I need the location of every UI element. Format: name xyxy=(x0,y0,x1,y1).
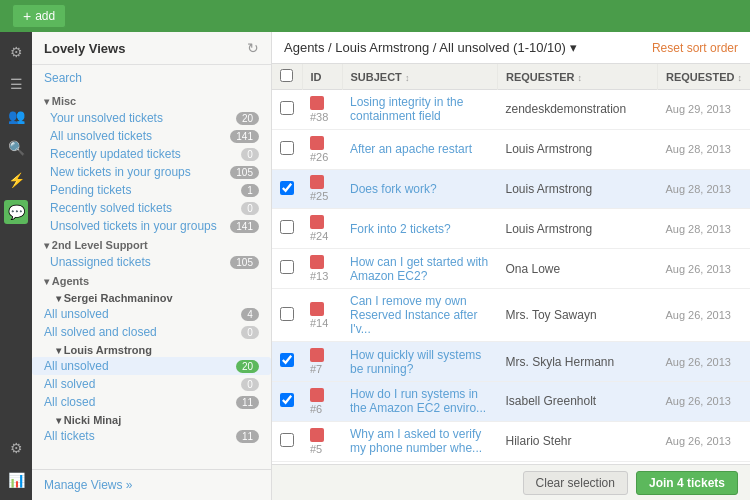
list-item[interactable]: All unsolved 4 xyxy=(32,305,271,323)
table-row: #25 Does fork work? Louis Armstrong Aug … xyxy=(272,169,750,209)
list-item[interactable]: Unassigned tickets 105 xyxy=(32,253,271,271)
ticket-subject-link[interactable]: How do I run systems in the Amazon EC2 e… xyxy=(350,387,486,415)
row-checkbox[interactable] xyxy=(280,307,294,321)
ticket-requester-cell: Isabell Greenholt xyxy=(497,381,657,421)
col-header-subject[interactable]: SUBJECT ↕ xyxy=(342,64,497,90)
list-item[interactable]: New tickets in your groups 105 xyxy=(32,163,271,181)
badge: 141 xyxy=(230,220,259,233)
row-checkbox[interactable] xyxy=(280,101,294,115)
row-checkbox-cell[interactable] xyxy=(272,90,302,130)
list-item[interactable]: Unsolved tickets in your groups 141 xyxy=(32,217,271,235)
row-checkbox[interactable] xyxy=(280,220,294,234)
col-header-id[interactable]: ID xyxy=(302,64,342,90)
sidebar-title: Lovely Views xyxy=(44,41,125,56)
row-checkbox[interactable] xyxy=(280,181,294,195)
ticket-subject-link[interactable]: Does fork work? xyxy=(350,182,437,196)
sidebar: Lovely Views ↻ Search Misc Your unsolved… xyxy=(32,32,272,500)
list-item[interactable]: All unsolved tickets 141 xyxy=(32,127,271,145)
search-link[interactable]: Search xyxy=(44,71,82,85)
gear-icon[interactable]: ⚙ xyxy=(4,40,28,64)
ticket-requester-cell: Ona Lowe xyxy=(497,249,657,289)
table-header: ID SUBJECT ↕ REQUESTER ↕ REQUESTED ↕ xyxy=(272,64,750,90)
ticket-requested-cell: Aug 26, 2013 xyxy=(657,421,750,461)
row-checkbox[interactable] xyxy=(280,260,294,274)
list-item-active[interactable]: All unsolved 20 xyxy=(32,357,271,375)
col-header-requester[interactable]: REQUESTER ↕ xyxy=(497,64,657,90)
ticket-subject-link[interactable]: After an apache restart xyxy=(350,142,472,156)
lightning-icon[interactable]: ⚡ xyxy=(4,168,28,192)
row-checkbox-cell[interactable] xyxy=(272,289,302,342)
col-header-requested[interactable]: REQUESTED ↕ xyxy=(657,64,750,90)
ticket-status-icon xyxy=(310,96,324,110)
ticket-requested-cell: Aug 28, 2013 xyxy=(657,129,750,169)
agent-name-sergei: Sergei Rachmaninov xyxy=(32,289,271,305)
users-icon[interactable]: 👥 xyxy=(4,104,28,128)
ticket-subject-link[interactable]: Fork into 2 tickets? xyxy=(350,222,451,236)
table-row: #6 How do I run systems in the Amazon EC… xyxy=(272,381,750,421)
badge: 105 xyxy=(230,166,259,179)
ticket-id-cell: #7 xyxy=(302,342,342,382)
menu-icon[interactable]: ☰ xyxy=(4,72,28,96)
ticket-subject-link[interactable]: Why am I asked to verify my phone number… xyxy=(350,427,482,455)
list-item[interactable]: All solved and closed 0 xyxy=(32,323,271,341)
ticket-requested-cell: Aug 26, 2013 xyxy=(657,342,750,382)
join-tickets-button[interactable]: Join 4 tickets xyxy=(636,471,738,495)
row-checkbox[interactable] xyxy=(280,141,294,155)
row-checkbox-cell[interactable] xyxy=(272,381,302,421)
ticket-id: #25 xyxy=(310,190,328,202)
row-checkbox-cell[interactable] xyxy=(272,421,302,461)
ticket-requested-cell: Aug 26, 2013 xyxy=(657,249,750,289)
clear-selection-button[interactable]: Clear selection xyxy=(523,471,628,495)
badge: 0 xyxy=(241,202,259,215)
row-checkbox-cell[interactable] xyxy=(272,249,302,289)
row-checkbox[interactable] xyxy=(280,393,294,407)
refresh-icon[interactable]: ↻ xyxy=(247,40,259,56)
chart-icon[interactable]: 📊 xyxy=(4,468,28,492)
list-item[interactable]: Pending tickets 1 xyxy=(32,181,271,199)
sidebar-footer: Manage Views » xyxy=(32,469,271,500)
row-checkbox[interactable] xyxy=(280,433,294,447)
ticket-id: #38 xyxy=(310,111,328,123)
ticket-id: #24 xyxy=(310,230,328,242)
add-button[interactable]: + add xyxy=(12,4,66,28)
row-checkbox-cell[interactable] xyxy=(272,209,302,249)
badge: 20 xyxy=(236,360,259,373)
sort-arrow-subject: ↕ xyxy=(405,73,410,83)
sidebar-header: Lovely Views ↻ xyxy=(32,32,271,65)
ticket-subject-link[interactable]: How quickly will systems be running? xyxy=(350,348,481,376)
ticket-subject-link[interactable]: How can I get started with Amazon EC2? xyxy=(350,255,488,283)
list-item[interactable]: Recently updated tickets 0 xyxy=(32,145,271,163)
select-all-checkbox[interactable] xyxy=(280,69,293,82)
table-row: #24 Fork into 2 tickets? Louis Armstrong… xyxy=(272,209,750,249)
agent-name-nicki: Nicki Minaj xyxy=(32,411,271,427)
row-checkbox-cell[interactable] xyxy=(272,129,302,169)
list-item[interactable]: All tickets 11 xyxy=(32,427,271,445)
settings-icon[interactable]: ⚙ xyxy=(4,436,28,460)
agent-name-louis: Louis Armstrong xyxy=(32,341,271,357)
list-item[interactable]: All closed 11 xyxy=(32,393,271,411)
badge: 0 xyxy=(241,326,259,339)
row-checkbox-cell[interactable] xyxy=(272,342,302,382)
table-row: #7 How quickly will systems be running? … xyxy=(272,342,750,382)
ticket-id-cell: #25 xyxy=(302,169,342,209)
chat-icon[interactable]: 💬 xyxy=(4,200,28,224)
list-item[interactable]: All solved 0 xyxy=(32,375,271,393)
ticket-table-wrap: ID SUBJECT ↕ REQUESTER ↕ REQUESTED ↕ xyxy=(272,64,750,464)
manage-views-link[interactable]: Manage Views » xyxy=(44,478,133,492)
ticket-requester-cell: zendeskdemonstration xyxy=(497,90,657,130)
ticket-requested-cell: Aug 28, 2013 xyxy=(657,209,750,249)
row-checkbox[interactable] xyxy=(280,353,294,367)
ticket-id-cell: #14 xyxy=(302,289,342,342)
row-checkbox-cell[interactable] xyxy=(272,169,302,209)
ticket-subject-link[interactable]: Losing integrity in the containment fiel… xyxy=(350,95,463,123)
action-bar: Clear selection Join 4 tickets xyxy=(272,464,750,500)
breadcrumb-text: Agents / Louis Armstrong / All unsolved … xyxy=(284,40,566,55)
list-item[interactable]: Your unsolved tickets 20 xyxy=(32,109,271,127)
ticket-id-cell: #13 xyxy=(302,249,342,289)
reset-sort-link[interactable]: Reset sort order xyxy=(652,41,738,55)
ticket-subject-cell: Why am I asked to verify my phone number… xyxy=(342,421,497,461)
list-item[interactable]: Recently solved tickets 0 xyxy=(32,199,271,217)
search-icon[interactable]: 🔍 xyxy=(4,136,28,160)
rail-bottom: ⚙ 📊 xyxy=(4,436,28,500)
ticket-subject-link[interactable]: Can I remove my own Reserved Instance af… xyxy=(350,294,477,336)
